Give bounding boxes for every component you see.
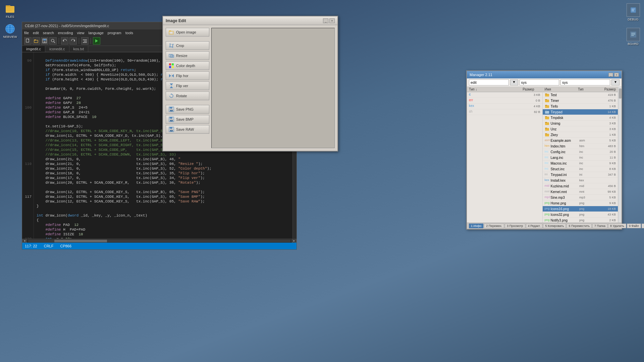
fm-folder-btn[interactable]: 7 Папка	[592, 224, 607, 228]
fm-copy-btn[interactable]: 5 Копировать	[543, 224, 566, 228]
board-desktop-icon[interactable]: BOARD	[627, 28, 640, 46]
image-canvas[interactable]	[211, 28, 335, 148]
fm-right-col-name[interactable]: Имя	[545, 87, 576, 91]
list-item[interactable]: err 0 B	[467, 98, 542, 104]
list-item[interactable]: mp3Sine.mp3mp35 KB	[543, 195, 618, 200]
resize-button[interactable]: Resize	[166, 51, 209, 60]
list-item[interactable]: iniTinypad.iniini347 B	[543, 172, 618, 178]
list-item[interactable]: Test419 B	[543, 92, 618, 98]
fm-left-col-size[interactable]: Размер	[516, 87, 534, 91]
list-item[interactable]: incConfig.incinc20 B	[543, 149, 618, 155]
svg-rect-42	[169, 63, 171, 65]
fm-address-left-input[interactable]	[469, 79, 509, 85]
list-item[interactable]: pngNotify3.pngpng2 KB	[543, 218, 618, 223]
fm-scrollbar-v[interactable]	[618, 87, 622, 223]
open-image-button[interactable]: Open image	[166, 28, 209, 37]
list-item[interactable]: kexInstall.kexkex	[543, 178, 618, 183]
fm-address-right-input2[interactable]	[560, 79, 610, 85]
scroll-track-h[interactable]	[28, 240, 290, 242]
toolbar-save-btn[interactable]	[41, 37, 48, 45]
fm-right-col-type[interactable]: Тип	[578, 87, 595, 91]
list-item[interactable]: pngIcons32.pngpng43 KB	[543, 212, 618, 218]
fm-file-btn[interactable]: 9 Файл	[627, 224, 641, 228]
menu-edit[interactable]: edit	[33, 31, 39, 35]
menu-tools[interactable]: tools	[125, 31, 133, 35]
crop-button[interactable]: Crop	[166, 41, 209, 50]
tab-imgedit[interactable]: imgedit.c	[22, 46, 45, 52]
list-item[interactable]: midKuzkina.midmid456 B	[543, 183, 618, 189]
fm-right-col-size[interactable]: Размер	[597, 87, 616, 91]
image-edit-close-btn[interactable]: ×	[329, 18, 335, 23]
fm-edit-btn[interactable]: 4 Редакт.	[526, 224, 543, 228]
fm-left-panel: Тип ↓ Размер c 3 KB err 0 B ke	[467, 87, 543, 223]
svg-rect-15	[631, 33, 635, 34]
list-item[interactable]: Tmpdisk4 KB	[543, 115, 618, 121]
list-item[interactable]: Unz3 KB	[543, 126, 618, 132]
svg-rect-75	[545, 111, 547, 111]
debug-desktop-icon[interactable]: DEBUG	[627, 3, 640, 21]
toolbar-sep-2	[79, 38, 79, 44]
list-item[interactable]: incMacros.incinc9 KB	[543, 161, 618, 166]
menu-search[interactable]: search	[43, 31, 54, 35]
toolbar-run-btn[interactable]	[93, 37, 100, 45]
fm-address-right-go[interactable]: ▼	[611, 79, 620, 85]
fm-address-right-input[interactable]	[520, 79, 559, 85]
color-depth-button[interactable]: Color depth	[166, 61, 209, 70]
fm-view-btn[interactable]: 3 Просмотр	[505, 224, 525, 228]
list-item[interactable]: Tinypad14 KB	[543, 109, 618, 115]
save-png-button[interactable]: Save PNG	[166, 105, 209, 114]
svg-rect-2	[6, 7, 14, 8]
list-item[interactable]: incStruct.incinc8 KB	[543, 166, 618, 172]
tab-kostxt[interactable]: kos.txt	[69, 46, 89, 52]
menu-file[interactable]: file	[24, 31, 29, 35]
line-numbers: 90 100 110	[22, 52, 34, 239]
svg-rect-41	[170, 55, 174, 57]
list-item[interactable]: Timer476 B	[543, 98, 618, 104]
list-item[interactable]: kex 4 KB	[467, 104, 542, 109]
save-bmp-button[interactable]: Save BMP	[166, 115, 209, 124]
fm-address-left-go[interactable]: ▼	[510, 79, 518, 85]
list-item[interactable]: htmIndex.htmhtm483 B	[543, 143, 618, 149]
flip-hor-button[interactable]: Flip hor	[166, 71, 209, 80]
list-item[interactable]: c 3 KB	[467, 92, 542, 98]
toolbar-indent-btn[interactable]	[81, 37, 89, 45]
fm-move-btn[interactable]: 6 Переместить	[567, 224, 592, 228]
list-item[interactable]: Zkey1 KB	[543, 132, 618, 138]
list-item[interactable]: sh 82 B	[467, 109, 542, 115]
list-item[interactable]: pngHome.pngpng9 KB	[543, 200, 618, 206]
menu-view[interactable]: view	[77, 31, 85, 35]
fm-info-btn[interactable]: 1 Инфо	[469, 224, 483, 228]
list-item[interactable]: Tinfo1 KB	[543, 104, 618, 109]
resize-label: Resize	[176, 54, 187, 58]
nebview-desktop-icon[interactable]: NEBVIEW	[2, 23, 18, 39]
toolbar-undo-btn[interactable]	[61, 37, 68, 45]
toolbar-redo-btn[interactable]	[69, 37, 77, 45]
files-desktop-icon[interactable]: FILES	[2, 3, 18, 18]
menu-language[interactable]: language	[89, 31, 104, 35]
svg-rect-29	[84, 41, 87, 42]
fm-settings-btn[interactable]: 10 Настроки	[642, 224, 644, 228]
menu-encoding[interactable]: encoding	[58, 31, 73, 35]
save-raw-button[interactable]: Save RAW	[166, 125, 209, 134]
toolbar-open-btn[interactable]	[33, 37, 40, 45]
color-depth-icon	[169, 63, 174, 68]
fm-delete-btn[interactable]: 8 Удалить	[608, 224, 626, 228]
fm-minimize-btn[interactable]: _	[608, 73, 613, 77]
tab-iconedit[interactable]: iconedit.c	[45, 46, 69, 52]
list-item[interactable]: pngIcons16.pngpng18 KB	[543, 206, 618, 212]
toolbar-new-btn[interactable]	[24, 37, 32, 45]
list-item[interactable]: asmExample.asmasm5 KB	[543, 138, 618, 143]
list-item[interactable]: incLang.incinc11 B	[543, 155, 618, 161]
fm-perem-btn[interactable]: 2 Перемен.	[484, 224, 504, 228]
flip-ver-button[interactable]: Flip ver	[166, 81, 209, 90]
cedit-scrollbar-h[interactable]: ◄ ►	[22, 239, 297, 243]
rotate-button[interactable]: Rotate	[166, 92, 209, 100]
list-item[interactable]: mntKernel.mntmnt99 KB	[543, 189, 618, 195]
fm-left-col-name[interactable]: Тип ↓	[469, 87, 513, 91]
toolbar-search-btn[interactable]	[49, 37, 57, 45]
cedit-statusbar: 117: 22 CRLF CP866	[22, 243, 297, 249]
image-edit-minimize-btn[interactable]: _	[323, 18, 328, 23]
fm-close-btn[interactable]: ×	[614, 73, 619, 77]
list-item[interactable]: Unimg3 KB	[543, 121, 618, 126]
menu-program[interactable]: program	[108, 31, 121, 35]
